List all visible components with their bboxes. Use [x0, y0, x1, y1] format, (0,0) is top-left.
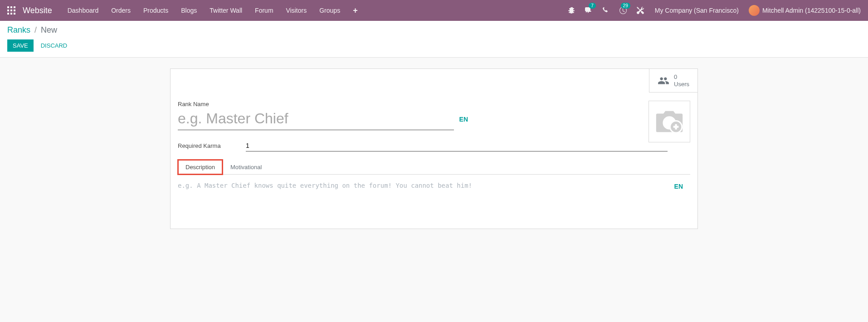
breadcrumb-root[interactable]: Ranks [7, 25, 30, 34]
svg-rect-3 [7, 10, 9, 11]
users-icon [658, 75, 669, 87]
breadcrumb-sep: / [34, 25, 37, 34]
rank-name-label: Rank Name [178, 101, 690, 107]
form-tabs: Description Motivational [178, 160, 690, 175]
main-menu: Dashboard Orders Products Blogs Twitter … [61, 0, 364, 21]
users-count: 0 [674, 73, 689, 81]
messages-badge: 7 [589, 3, 596, 9]
breadcrumb-current: New [41, 25, 57, 34]
company-selector[interactable]: My Company (San Francisco) [649, 7, 744, 14]
svg-rect-7 [10, 13, 12, 15]
menu-blogs[interactable]: Blogs [175, 0, 203, 21]
messages-icon[interactable]: 7 [580, 0, 597, 21]
menu-visitors[interactable]: Visitors [280, 0, 313, 21]
user-label: Mitchell Admin (14225100-15-0-all) [762, 7, 861, 14]
svg-rect-5 [14, 10, 15, 11]
menu-add[interactable]: + [346, 0, 364, 21]
menu-dashboard[interactable]: Dashboard [61, 0, 105, 21]
apps-menu-icon[interactable] [4, 3, 19, 18]
svg-rect-8 [14, 13, 15, 15]
tab-content-description: EN [178, 175, 690, 218]
svg-rect-2 [14, 6, 15, 8]
avatar [749, 5, 760, 16]
menu-twitter-wall[interactable]: Twitter Wall [203, 0, 249, 21]
activities-icon[interactable]: 29 [615, 0, 631, 21]
tools-icon[interactable] [632, 0, 649, 21]
description-lang-button[interactable]: EN [674, 183, 683, 190]
camera-plus-icon [653, 108, 685, 135]
svg-rect-1 [10, 6, 12, 8]
breadcrumb: Ranks / New [7, 25, 861, 35]
top-navbar: Website Dashboard Orders Products Blogs … [0, 0, 868, 21]
svg-rect-4 [10, 10, 12, 11]
tab-description[interactable]: Description [178, 160, 223, 175]
rank-name-input[interactable] [178, 108, 454, 130]
karma-label: Required Karma [178, 142, 246, 149]
form-sheet: 0 Users Rank Name EN [170, 68, 698, 229]
tab-motivational[interactable]: Motivational [223, 160, 269, 175]
menu-orders[interactable]: Orders [105, 0, 137, 21]
menu-groups[interactable]: Groups [313, 0, 346, 21]
user-menu[interactable]: Mitchell Admin (14225100-15-0-all) [745, 5, 864, 16]
save-button[interactable]: Save [7, 39, 34, 52]
menu-forum[interactable]: Forum [249, 0, 279, 21]
debug-icon[interactable] [563, 0, 580, 21]
svg-rect-6 [7, 13, 9, 15]
svg-rect-0 [7, 6, 9, 8]
discard-button[interactable]: Discard [35, 39, 73, 52]
menu-products[interactable]: Products [137, 0, 175, 21]
app-brand[interactable]: Website [23, 6, 52, 15]
activities-badge: 29 [621, 3, 630, 9]
image-upload[interactable] [649, 101, 690, 142]
users-label: Users [674, 81, 689, 88]
rank-name-lang-button[interactable]: EN [459, 116, 468, 123]
phone-icon[interactable] [598, 0, 614, 21]
description-input[interactable] [178, 182, 663, 209]
users-stat-button[interactable]: 0 Users [649, 69, 697, 93]
control-panel: Ranks / New Save Discard [0, 21, 868, 58]
karma-input[interactable] [246, 141, 668, 151]
